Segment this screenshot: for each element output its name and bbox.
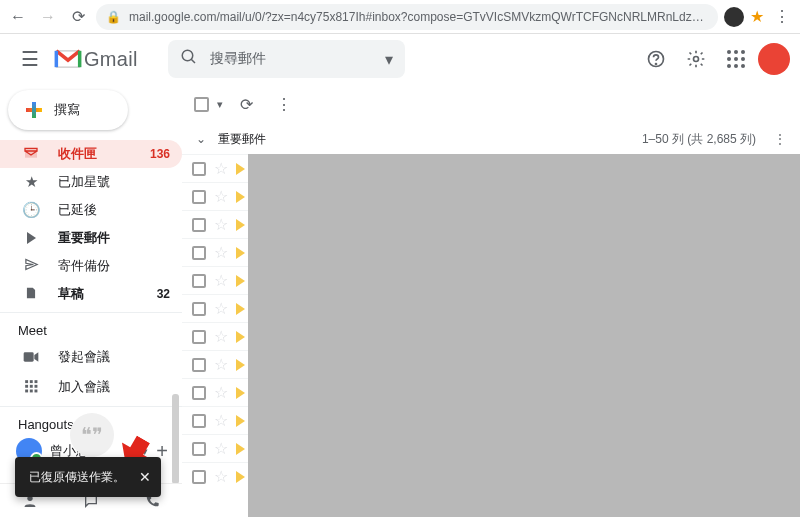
- search-box[interactable]: 搜尋郵件 ▾: [168, 40, 405, 78]
- sidebar-item-draft[interactable]: 草稿32: [0, 280, 182, 308]
- support-button[interactable]: [638, 41, 674, 77]
- row-checkbox[interactable]: [192, 442, 206, 456]
- meet-heading: Meet: [0, 317, 182, 342]
- clock-icon: 🕒: [22, 201, 40, 219]
- importance-icon[interactable]: [236, 471, 245, 483]
- lock-icon: 🔒: [106, 10, 121, 24]
- star-icon[interactable]: ☆: [214, 327, 228, 346]
- sidebar-item-clock[interactable]: 🕒已延後: [0, 196, 182, 224]
- importance-icon[interactable]: [236, 443, 245, 455]
- compose-label: 撰寫: [54, 101, 80, 119]
- search-placeholder: 搜尋郵件: [210, 50, 373, 68]
- search-options-icon[interactable]: ▾: [385, 50, 393, 69]
- select-all-checkbox[interactable]: [194, 97, 209, 112]
- importance-icon[interactable]: [236, 331, 245, 343]
- meet-nav: 發起會議加入會議: [0, 342, 182, 402]
- svg-line-1: [191, 59, 195, 63]
- select-dropdown-icon[interactable]: ▾: [217, 98, 223, 111]
- importance-icon[interactable]: [236, 303, 245, 315]
- browser-extension-star-icon[interactable]: ★: [750, 7, 764, 26]
- star-icon[interactable]: ☆: [214, 383, 228, 402]
- row-checkbox[interactable]: [192, 358, 206, 372]
- importance-icon[interactable]: [236, 191, 245, 203]
- star-icon[interactable]: ☆: [214, 243, 228, 262]
- importance-icon[interactable]: [236, 359, 245, 371]
- mail-toolbar: ▾ ⟳ ⋮: [182, 84, 800, 124]
- section-caret-icon[interactable]: ⌄: [196, 132, 206, 146]
- pagination-label: 1–50 列 (共 2,685 列): [642, 131, 756, 148]
- toast-close-button[interactable]: ✕: [139, 469, 151, 485]
- star-icon[interactable]: ☆: [214, 467, 228, 486]
- section-more-button[interactable]: ⋮: [774, 132, 786, 146]
- sidebar-item-label: 草稿: [58, 285, 139, 303]
- undo-toast: 已復原傳送作業。 ✕: [15, 457, 161, 497]
- compose-button[interactable]: 撰寫: [8, 90, 128, 130]
- star-icon[interactable]: ☆: [214, 411, 228, 430]
- star-icon[interactable]: ☆: [214, 215, 228, 234]
- important-icon: [22, 230, 40, 247]
- refresh-button[interactable]: ⟳: [231, 89, 261, 119]
- plus-icon: [26, 102, 42, 118]
- browser-back-button[interactable]: ←: [6, 5, 30, 29]
- row-checkbox[interactable]: [192, 302, 206, 316]
- svg-rect-5: [24, 352, 34, 361]
- sidebar-item-important[interactable]: 重要郵件: [0, 224, 182, 252]
- star-icon[interactable]: ☆: [214, 187, 228, 206]
- row-checkbox[interactable]: [192, 274, 206, 288]
- row-checkbox[interactable]: [192, 414, 206, 428]
- search-icon: [180, 48, 198, 70]
- svg-rect-7: [30, 380, 33, 383]
- row-checkbox[interactable]: [192, 190, 206, 204]
- row-checkbox[interactable]: [192, 246, 206, 260]
- meet-item-cam[interactable]: 發起會議: [0, 342, 182, 372]
- email-list: ☆☆☆☆☆☆☆☆☆☆☆☆: [182, 154, 800, 517]
- sidebar-scrollbar-thumb[interactable]: [172, 394, 179, 484]
- importance-icon[interactable]: [236, 163, 245, 175]
- svg-rect-13: [30, 389, 33, 392]
- importance-icon[interactable]: [236, 247, 245, 259]
- svg-rect-11: [35, 384, 38, 387]
- section-label: 重要郵件: [218, 131, 266, 148]
- browser-reload-button[interactable]: ⟳: [66, 5, 90, 29]
- hangouts-empty-icon: ❝❞: [70, 413, 114, 457]
- sidebar-item-inbox[interactable]: 收件匣136: [0, 140, 182, 168]
- browser-extension-icon[interactable]: [724, 7, 744, 27]
- more-button[interactable]: ⋮: [269, 89, 299, 119]
- folder-nav: 收件匣136★已加星號🕒已延後重要郵件寄件備份草稿32: [0, 140, 182, 308]
- browser-address-bar[interactable]: 🔒 mail.google.com/mail/u/0/?zx=n4cy75x81…: [96, 4, 718, 30]
- svg-rect-9: [25, 384, 28, 387]
- row-checkbox[interactable]: [192, 330, 206, 344]
- importance-icon[interactable]: [236, 219, 245, 231]
- gmail-logo-text: Gmail: [84, 48, 138, 71]
- star-icon[interactable]: ☆: [214, 271, 228, 290]
- browser-menu-button[interactable]: ⋮: [770, 5, 794, 29]
- star-icon[interactable]: ☆: [214, 159, 228, 178]
- gmail-logo[interactable]: Gmail: [54, 48, 138, 71]
- google-apps-button[interactable]: [718, 41, 754, 77]
- sidebar-item-star[interactable]: ★已加星號: [0, 168, 182, 196]
- account-avatar[interactable]: [758, 43, 790, 75]
- star-icon[interactable]: ☆: [214, 439, 228, 458]
- cam-icon: [22, 349, 40, 366]
- browser-forward-button[interactable]: →: [36, 5, 60, 29]
- row-checkbox[interactable]: [192, 470, 206, 484]
- svg-rect-6: [25, 380, 28, 383]
- meet-item-label: 加入會議: [58, 378, 110, 396]
- inbox-icon: [22, 145, 40, 164]
- keypad-icon: [22, 379, 40, 396]
- row-checkbox[interactable]: [192, 218, 206, 232]
- send-icon: [22, 257, 40, 275]
- meet-item-keypad[interactable]: 加入會議: [0, 372, 182, 402]
- importance-icon[interactable]: [236, 415, 245, 427]
- settings-button[interactable]: [678, 41, 714, 77]
- sidebar-item-send[interactable]: 寄件備份: [0, 252, 182, 280]
- importance-icon[interactable]: [236, 275, 245, 287]
- sidebar-item-label: 重要郵件: [58, 229, 170, 247]
- star-icon[interactable]: ☆: [214, 355, 228, 374]
- importance-icon[interactable]: [236, 387, 245, 399]
- row-checkbox[interactable]: [192, 162, 206, 176]
- row-checkbox[interactable]: [192, 386, 206, 400]
- sidebar-item-count: 136: [150, 147, 170, 161]
- star-icon[interactable]: ☆: [214, 299, 228, 318]
- main-menu-button[interactable]: ☰: [10, 39, 50, 79]
